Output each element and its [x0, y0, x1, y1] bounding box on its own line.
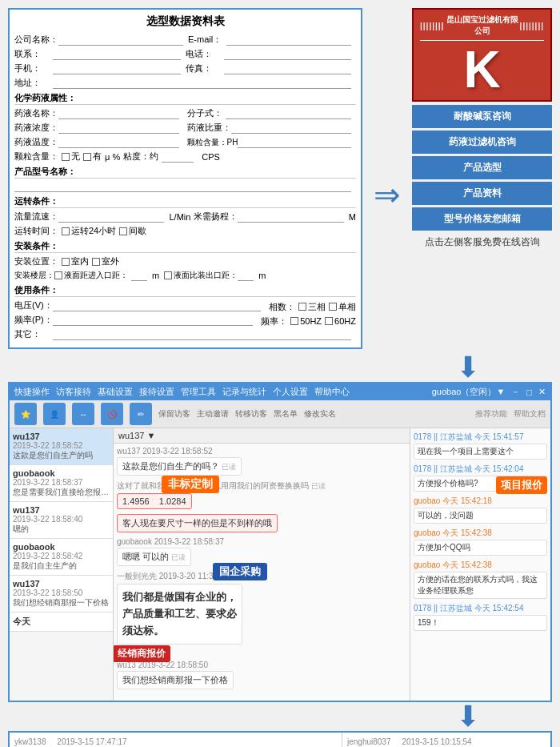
phone-label: 手机： [14, 62, 53, 74]
intermittent-label: 间歇 [129, 225, 146, 237]
label-state-owned: 国企采购 [213, 563, 267, 580]
nav-transfer[interactable]: ↔ [72, 403, 94, 425]
chat-window: 快捷操作 访客接待 基础设置 接待设置 管理工具 记录与统计 个人设置 帮助中心… [8, 382, 552, 702]
msg-meta: 这对了就和我们一样的：可以用用我们的阿资整换换吗 已读 [117, 480, 406, 492]
check-50hz[interactable] [290, 317, 298, 325]
visitor-item-guobaook-2[interactable]: guobaook 2019-3-22 18:58:42 是我们自主生产的 [10, 539, 113, 576]
visitor-item-wu137-2[interactable]: wu137 2019-3-22 18:58:40 嗯的 [10, 502, 113, 539]
msg-block-4: guobaook 2019-3-22 18:58:37 嗯嗯 可以的 已读 [117, 537, 406, 566]
visitor-time: 2019-3-22 18:58:52 [13, 441, 110, 450]
visitor-list: wu137 2019-3-22 18:58:52 这款是您们自生产的吗 guob… [10, 428, 114, 701]
visitor-time: 2019-3-22 18:58:37 [13, 478, 110, 487]
nav-invite[interactable]: 👤 [43, 403, 66, 425]
visitor-time: 2019-3-22 18:58:50 [13, 588, 110, 597]
specific-gravity-label: 药液比重： [187, 122, 231, 134]
conc-label: 药液浓度： [14, 122, 58, 134]
m2-label: m [152, 271, 159, 280]
install-section: 安装条件： [14, 240, 356, 253]
toolbar-personal[interactable]: 个人设置 [273, 386, 308, 398]
msg-bubble-state: 我们都是做国有企业的，产品质量和工艺、要求必须达标。 [117, 584, 242, 645]
check-60hz[interactable] [325, 317, 333, 325]
drug-name-label: 药液名称： [14, 107, 58, 119]
run-time-label: 运转时间： [14, 225, 58, 237]
toolbar-status: guobao（空闲）▼ [432, 386, 506, 398]
arrow-right-icon: ⇒ [374, 179, 401, 211]
click-hint: 点击左侧客服免费在线咨询 [425, 235, 540, 249]
bottom-meta: ykw3138 2019-3-15 17:47:17 [14, 737, 337, 746]
contact-label: 联系： [14, 48, 53, 60]
right-arrow: ⇒ [370, 40, 404, 349]
right-msg-3: guobao 今天 15:42:18 可以的，没问题 [414, 496, 547, 524]
msg-block-5: 国企采购 一般到光先 2019-3-20 11:35:22 我们都是做国有企业的… [117, 571, 406, 645]
visitor-name: wu137 [13, 432, 110, 441]
msg-block-2: 这对了就和我们一样的：可以用用我们的阿资整换换吗 已读 1.4956 1.028… [117, 480, 406, 509]
toolbar-max[interactable]: □ [526, 388, 532, 397]
right-meta: 0178 || 江苏盐城 今天 15:42:54 [414, 603, 547, 614]
btn-drug-filter[interactable]: 药液过滤机咨询 [412, 131, 552, 154]
toolbar-help[interactable]: 帮助中心 [314, 386, 350, 398]
right-meta: guobao 今天 15:42:38 [414, 528, 547, 539]
visitor-name: guobaook [13, 542, 110, 552]
continuous-label: 运转24小时 [71, 225, 116, 237]
ph-label: 颗粒含量：PH [187, 137, 238, 148]
down-arrow-1: ⬇ [0, 353, 560, 382]
check-liquid-out[interactable] [164, 271, 172, 279]
nav-recommend[interactable]: 推荐功能 [475, 408, 507, 420]
m-label: M [349, 212, 356, 222]
visitor-item-wu137[interactable]: wu137 2019-3-22 18:58:52 这款是您们自生产的吗 [10, 428, 113, 465]
nav-help-doc[interactable]: 帮助文档 [514, 408, 546, 420]
address-label: 地址： [14, 77, 53, 89]
visitor-msg: 嗯的 [13, 524, 110, 535]
msg-meta: guobaook 2019-3-22 18:58:37 [117, 537, 406, 546]
toolbar-reception-settings[interactable]: 接待设置 [139, 386, 174, 398]
nav-retain[interactable]: ⭐ [14, 403, 37, 425]
bottom-msg-1: ykw3138 2019-3-15 17:47:17 我们的设想是，，，装个检测… [14, 737, 337, 747]
liquid-in-label: 液面距进入口距： [64, 270, 128, 281]
visitor-item-guobaook[interactable]: guobaook 2019-3-22 18:58:37 您是需要我们直接给您报价… [10, 465, 113, 502]
indoor-label: 室内 [71, 255, 89, 267]
right-msg-6: 0178 || 江苏盐城 今天 15:42:54 159！ [414, 603, 547, 631]
nav-blacklist[interactable]: 🚫 [101, 403, 123, 425]
chat-main: wu137 ▼ 非标定制 wu137 2019-3-22 18:58:52 这款… [114, 428, 410, 701]
check-yes[interactable] [83, 153, 91, 161]
check-liquid-in[interactable] [54, 271, 62, 279]
check-indoor[interactable] [62, 258, 70, 266]
right-meta: 0178 || 江苏盐城 今天 15:42:04 [414, 464, 547, 475]
check-no[interactable] [62, 153, 70, 161]
check-3phase[interactable] [298, 303, 306, 311]
visitor-item-wu137-3[interactable]: wu137 2019-3-22 18:58:50 我们想经销商那报一下价格 [10, 576, 113, 612]
toolbar-basic-settings[interactable]: 基础设置 [98, 386, 133, 398]
check-continuous[interactable] [62, 227, 70, 235]
right-meta: guobao 今天 15:42:38 [414, 560, 547, 571]
right-meta: guobao 今天 15:42:18 [414, 496, 547, 507]
toolbar-visitor-accept[interactable]: 访客接待 [56, 386, 91, 398]
check-1phase[interactable] [329, 303, 337, 311]
btn-acid-pump[interactable]: 耐酸碱泵咨询 [412, 105, 552, 128]
company-label: 公司名称： [14, 34, 58, 46]
chat-header: wu137 ▼ [114, 428, 410, 444]
toolbar-quick-ops[interactable]: 快捷操作 [14, 386, 50, 398]
btn-send-email[interactable]: 型号价格发您邮箱 [412, 207, 552, 231]
fax-label: 传真： [186, 62, 224, 74]
toolbar-records[interactable]: 记录与统计 [222, 386, 266, 398]
m3-label: m [258, 271, 266, 280]
msg-bubble-custom: 客人现在要尺寸一样的但是不到样的哦 [117, 514, 278, 532]
msg-bubble-highlighted: 1.4956 1.0284 [117, 493, 192, 509]
label-dealer-price: 经销商报价 [114, 645, 170, 662]
nav-label-transfer: 转移访客 [235, 408, 267, 420]
visitor-time: 2019-3-22 18:58:40 [13, 515, 110, 524]
btn-product-data[interactable]: 产品资料 [412, 182, 552, 205]
check-outdoor[interactable] [92, 258, 100, 266]
visitor-item-today[interactable]: 今天 [10, 612, 113, 632]
check-intermittent[interactable] [119, 227, 127, 235]
bottom-left: 水泵定制方案 ykw3138 2019-3-15 17:47:17 我们的设想是… [10, 733, 342, 747]
liquid-out-label: 液面比装出口距： [174, 270, 238, 281]
dashes-left: |||||||| [420, 22, 444, 30]
toolbar-close[interactable]: ✕ [538, 387, 546, 397]
btn-product-selection[interactable]: 产品选型 [412, 156, 552, 179]
msg-block-3: 客人现在要尺寸一样的但是不到样的哦 [117, 514, 406, 532]
toolbar-min[interactable]: － [511, 386, 520, 398]
visitor-msg: 您是需要我们直接给您报价对比？ [13, 487, 110, 498]
nav-rename[interactable]: ✏ [130, 403, 152, 425]
toolbar-management[interactable]: 管理工具 [181, 386, 216, 398]
